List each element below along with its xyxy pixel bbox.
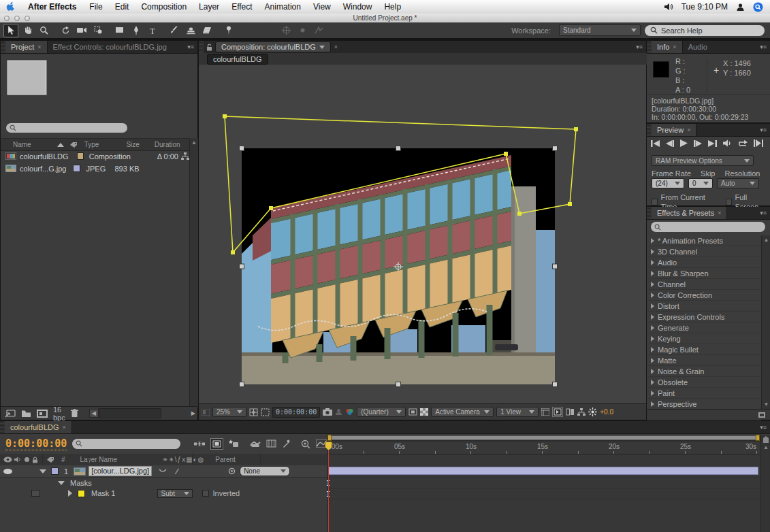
toggle-mask-visibility-icon[interactable] [261, 408, 270, 416]
text-tool[interactable]: T [145, 24, 160, 37]
comp-viewport[interactable] [199, 65, 646, 403]
region-of-interest-icon[interactable] [408, 408, 417, 416]
effects-category[interactable]: Blur & Sharpen [647, 268, 761, 279]
mask-vertices[interactable] [223, 114, 578, 254]
mask-expand-triangle[interactable] [68, 490, 72, 497]
scroll-up-icon[interactable]: ▲ [190, 138, 198, 148]
hide-shy-layers-icon[interactable] [229, 439, 239, 448]
hand-tool[interactable] [20, 24, 35, 37]
camera-tool[interactable] [74, 24, 89, 37]
close-icon[interactable]: × [687, 127, 690, 133]
grid-guides-icon[interactable] [249, 408, 258, 416]
menu-view[interactable]: View [307, 2, 337, 12]
effects-category[interactable]: Magic Bullet [647, 344, 761, 355]
transparency-grid-icon[interactable] [420, 408, 428, 416]
layer-expand-triangle[interactable] [39, 469, 46, 473]
close-icon[interactable]: × [63, 424, 66, 431]
mask-path[interactable] [225, 116, 576, 252]
tab-timeline-comp[interactable]: colourfulBLDG× [5, 421, 72, 433]
exposure-value[interactable]: +0.0 [600, 408, 613, 416]
shy-toggle-icon[interactable] [159, 469, 167, 474]
play-button[interactable] [680, 139, 688, 147]
tab-audio[interactable]: Audio [683, 41, 713, 53]
menu-window[interactable]: Window [337, 2, 379, 12]
effects-search-input[interactable] [651, 222, 765, 232]
brainstorm-icon[interactable] [282, 439, 290, 448]
project-column-header[interactable]: Name Type Size Duration [1, 138, 189, 151]
panel-menu-icon[interactable]: ▾≡ [756, 124, 770, 136]
resolution-preview-dropdown[interactable]: Auto [717, 178, 759, 188]
menu-help[interactable]: Help [378, 2, 407, 12]
disclosure-triangle-icon[interactable] [651, 369, 654, 374]
effects-category[interactable]: Expression Controls [647, 312, 761, 322]
disclosure-triangle-icon[interactable] [651, 303, 654, 309]
panel-menu-icon[interactable]: ▾≡ [756, 421, 770, 433]
menu-effect[interactable]: Effect [225, 2, 258, 12]
volume-icon[interactable] [664, 3, 673, 11]
scroll-left-icon[interactable]: ◀ [89, 409, 99, 418]
layer-row-1[interactable]: 1 [colour...LDG.jpg] ∕ None [0, 465, 327, 478]
masks-expand-triangle[interactable] [58, 481, 65, 485]
magnification-dropdown[interactable]: 25% [212, 407, 246, 417]
scroll-up-icon[interactable]: ▲ [761, 444, 770, 450]
effects-category[interactable]: Distort [647, 301, 761, 312]
scroll-right-icon[interactable]: ▶ [189, 409, 198, 418]
effects-category[interactable]: Keying [647, 333, 761, 344]
menu-file[interactable]: File [83, 2, 108, 12]
close-icon[interactable]: × [37, 44, 41, 50]
parent-dropdown[interactable]: None [240, 466, 290, 476]
mask-row[interactable]: Mask 1 Subt Inverted [0, 488, 327, 499]
skip-dropdown[interactable]: 0 [688, 178, 713, 188]
show-channel-icon[interactable] [345, 408, 354, 416]
apple-menu-icon[interactable] [0, 1, 21, 13]
effects-category[interactable]: Paint [647, 388, 761, 399]
disclosure-triangle-icon[interactable] [651, 325, 654, 331]
comp-flowchart-icon[interactable] [552, 407, 563, 417]
disclosure-triangle-icon[interactable] [651, 347, 654, 352]
menu-edit[interactable]: Edit [109, 2, 135, 12]
tab-effects-presets[interactable]: Effects & Presets× [652, 207, 727, 219]
resolution-dropdown[interactable]: (Quarter) [357, 407, 406, 417]
tab-info[interactable]: Info× [652, 41, 683, 53]
menu-app-name[interactable]: After Effects [21, 2, 83, 12]
tab-preview[interactable]: Preview× [652, 124, 696, 136]
project-scrollbar[interactable]: ▲ [189, 138, 198, 408]
disclosure-triangle-icon[interactable] [651, 380, 654, 385]
scroll-up-icon[interactable]: ▲ [762, 235, 770, 244]
disclosure-triangle-icon[interactable] [651, 401, 654, 407]
panel-menu-icon[interactable]: ▾≡ [756, 207, 770, 219]
loop-button[interactable] [738, 139, 748, 147]
first-frame-button[interactable] [651, 140, 660, 147]
next-frame-button[interactable] [694, 140, 702, 147]
tab-project[interactable]: Project× [5, 41, 48, 53]
local-axis-mode-icon[interactable] [278, 24, 293, 37]
mask-inverted-checkbox[interactable] [202, 490, 209, 497]
work-area-end-handle[interactable] [756, 435, 760, 441]
effects-category[interactable]: Perspective [647, 399, 761, 410]
full-screen-checkbox[interactable] [726, 199, 732, 205]
eraser-tool[interactable] [199, 24, 214, 37]
close-icon[interactable]: × [331, 44, 341, 50]
disclosure-triangle-icon[interactable] [651, 260, 654, 265]
rotation-tool[interactable] [58, 24, 73, 37]
project-row-footage[interactable]: colourf...G.jpg JPEG 893 KB [1, 163, 189, 174]
exposure-icon[interactable] [588, 408, 597, 416]
disclosure-triangle-icon[interactable] [651, 249, 654, 254]
menu-clock[interactable]: Tue 9:10 PM [681, 2, 728, 12]
effects-category[interactable]: Obsolete [647, 377, 761, 388]
auto-keyframe-icon[interactable] [301, 439, 310, 448]
effects-category[interactable]: Audio [647, 257, 761, 268]
comp-viewer-dropdown[interactable]: Composition: colourfulBLDG [215, 41, 331, 52]
panel-menu-icon[interactable]: ▾≡ [632, 41, 646, 53]
from-current-time-checkbox[interactable] [652, 199, 658, 205]
effects-category[interactable]: Noise & Grain [647, 366, 761, 377]
show-snapshot-icon[interactable] [335, 408, 342, 416]
always-preview-icon[interactable] [202, 409, 210, 416]
mask-mode-dropdown[interactable]: Subt [157, 489, 193, 498]
disclosure-triangle-icon[interactable] [651, 282, 654, 287]
effects-category[interactable]: Generate [647, 322, 761, 333]
tab-effect-controls[interactable]: Effect Controls: colourfulBLDG.jpg [48, 41, 172, 53]
disclosure-triangle-icon[interactable] [651, 358, 654, 363]
menu-layer[interactable]: Layer [193, 2, 225, 12]
clone-stamp-tool[interactable] [183, 24, 198, 37]
